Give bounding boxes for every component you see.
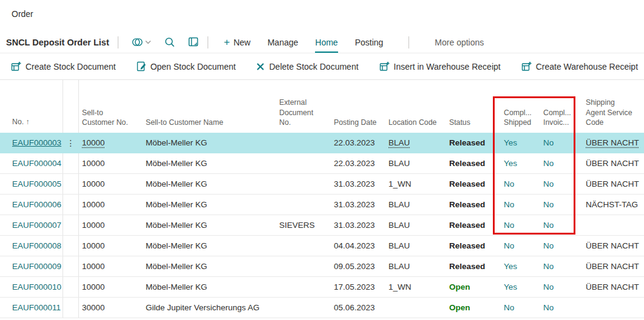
- cell-compl-shipped[interactable]: Yes: [504, 159, 543, 168]
- cell-no[interactable]: EAUF000005: [0, 179, 63, 188]
- column-header-sellto-customer-no[interactable]: Sell-to Customer No.: [79, 108, 146, 133]
- table-row[interactable]: EAUF00000910000Möbel-Meller KG09.05.2023…: [0, 256, 644, 277]
- cell-sellto-customer-no[interactable]: 10000: [79, 179, 146, 188]
- cell-status[interactable]: Released: [449, 262, 504, 271]
- cell-no[interactable]: EAUF000010: [0, 282, 63, 292]
- cell-compl-invoiced[interactable]: No: [543, 159, 586, 168]
- cell-sellto-customer-no[interactable]: 10000: [79, 159, 146, 168]
- cell-posting-date[interactable]: 17.05.2023: [334, 282, 388, 292]
- column-header-posting-date[interactable]: Posting Date: [334, 118, 388, 133]
- table-row[interactable]: EAUF00000810000Möbel-Meller KG04.04.2023…: [0, 236, 644, 256]
- cell-sellto-customer-no[interactable]: 10000: [79, 282, 146, 292]
- cell-status[interactable]: Open: [449, 303, 504, 312]
- cell-compl-invoiced[interactable]: No: [543, 262, 586, 271]
- delete-stock-document-button[interactable]: Delete Stock Document: [256, 62, 358, 72]
- menu-item-home[interactable]: Home: [315, 38, 337, 47]
- cell-posting-date[interactable]: 05.06.2023: [334, 303, 388, 312]
- cell-compl-shipped[interactable]: Yes: [504, 138, 543, 147]
- cell-compl-invoiced[interactable]: No: [543, 200, 586, 209]
- cell-status[interactable]: Open: [449, 282, 504, 292]
- row-menu-ellipsis[interactable]: [63, 298, 79, 318]
- cell-shipping-agent-service-code[interactable]: ÜBER NACHT: [586, 241, 644, 250]
- cell-shipping-agent-service-code[interactable]: NÄCHST-TAG: [586, 200, 644, 209]
- row-menu-ellipsis[interactable]: [63, 236, 79, 256]
- insert-in-warehouse-receipt-button[interactable]: Insert in Warehouse Receipt: [379, 61, 501, 72]
- cell-compl-shipped[interactable]: No: [504, 241, 543, 250]
- cell-compl-invoiced[interactable]: No: [543, 282, 586, 292]
- menu-item-new[interactable]: + New: [224, 37, 251, 47]
- cell-compl-invoiced[interactable]: No: [543, 221, 586, 230]
- cell-status[interactable]: Released: [449, 159, 504, 168]
- cell-location-code[interactable]: 1_WN: [388, 282, 449, 292]
- row-menu-ellipsis[interactable]: [63, 195, 79, 215]
- cell-no[interactable]: EAUF000009: [0, 262, 63, 271]
- cell-location-code[interactable]: BLAU: [388, 159, 449, 168]
- column-header-shipping-agent-service-code[interactable]: Shipping Agent Service Code: [586, 98, 644, 133]
- cell-sellto-customer-name[interactable]: Möbel-Meller KG: [146, 221, 279, 230]
- row-menu-ellipsis[interactable]: [63, 215, 79, 235]
- cell-posting-date[interactable]: 31.03.2023: [334, 200, 388, 209]
- row-menu-ellipsis[interactable]: [63, 153, 79, 173]
- cell-sellto-customer-name[interactable]: Möbel-Meller KG: [146, 262, 279, 271]
- menu-item-posting[interactable]: Posting: [355, 38, 384, 47]
- table-row[interactable]: EAUF00000510000Möbel-Meller KG31.03.2023…: [0, 174, 644, 195]
- search-button[interactable]: [164, 37, 175, 47]
- cell-sellto-customer-name[interactable]: Möbel-Meller KG: [146, 138, 279, 147]
- cell-shipping-agent-service-code[interactable]: ÜBER NACHT: [586, 138, 644, 147]
- create-stock-document-button[interactable]: Create Stock Document: [11, 61, 116, 72]
- cell-compl-shipped[interactable]: Yes: [504, 282, 543, 292]
- cell-shipping-agent-service-code[interactable]: ÜBER NACHT: [586, 262, 644, 271]
- cell-compl-invoiced[interactable]: No: [543, 138, 586, 147]
- row-menu-ellipsis[interactable]: [63, 256, 79, 276]
- table-row[interactable]: EAUF00001010000Möbel-Meller KG17.05.2023…: [0, 277, 644, 298]
- view-switcher-button[interactable]: [132, 37, 151, 47]
- cell-compl-shipped[interactable]: No: [504, 200, 543, 209]
- table-row[interactable]: EAUF000003⋮10000Möbel-Meller KG22.03.202…: [0, 133, 644, 153]
- cell-compl-invoiced[interactable]: No: [543, 179, 586, 188]
- cell-sellto-customer-name[interactable]: Möbel-Meller KG: [146, 179, 279, 188]
- cell-sellto-customer-name[interactable]: Möbel-Meller KG: [146, 159, 279, 168]
- cell-shipping-agent-service-code[interactable]: ÜBER NACHT: [586, 179, 644, 188]
- cell-status[interactable]: Released: [449, 138, 504, 147]
- cell-no[interactable]: EAUF000004: [0, 159, 63, 168]
- row-menu-ellipsis[interactable]: [63, 277, 79, 297]
- cell-sellto-customer-name[interactable]: Möbel-Meller KG: [146, 282, 279, 292]
- cell-external-document-no[interactable]: SIEVERS: [279, 221, 334, 230]
- cell-shipping-agent-service-code[interactable]: ÜBER NACHT: [586, 159, 644, 168]
- table-row[interactable]: EAUF00000610000Möbel-Meller KG31.03.2023…: [0, 195, 644, 215]
- cell-location-code[interactable]: BLAU: [388, 200, 449, 209]
- cell-sellto-customer-no[interactable]: 10000: [79, 200, 146, 209]
- cell-location-code[interactable]: BLAU: [388, 241, 449, 250]
- cell-posting-date[interactable]: 22.03.2023: [334, 138, 388, 147]
- cell-no[interactable]: EAUF000003: [0, 138, 63, 147]
- cell-compl-shipped[interactable]: Yes: [504, 262, 543, 271]
- column-header-compl-invoiced[interactable]: Compl... Invoic...: [543, 108, 586, 133]
- open-stock-document-button[interactable]: Open Stock Document: [137, 61, 236, 72]
- focus-mode-button[interactable]: [188, 37, 199, 47]
- cell-location-code[interactable]: BLAU: [388, 221, 449, 230]
- cell-posting-date[interactable]: 22.03.2023: [334, 159, 388, 168]
- cell-status[interactable]: Released: [449, 179, 504, 188]
- cell-sellto-customer-name[interactable]: Gilde Jupiter Versicherungs AG: [146, 303, 279, 312]
- column-header-compl-shipped[interactable]: Compl... Shipped: [504, 108, 543, 133]
- cell-posting-date[interactable]: 31.03.2023: [334, 221, 388, 230]
- column-header-no[interactable]: No. ↑: [0, 117, 63, 133]
- cell-compl-invoiced[interactable]: No: [543, 241, 586, 250]
- cell-no[interactable]: EAUF000006: [0, 200, 63, 209]
- cell-posting-date[interactable]: 04.04.2023: [334, 241, 388, 250]
- row-menu-ellipsis[interactable]: ⋮: [63, 133, 79, 153]
- row-menu-ellipsis[interactable]: [63, 174, 79, 194]
- cell-sellto-customer-name[interactable]: Möbel-Meller KG: [146, 241, 279, 250]
- create-warehouse-receipt-button[interactable]: Create Warehouse Receipt: [521, 61, 638, 72]
- cell-location-code[interactable]: 1_WN: [388, 179, 449, 188]
- table-row[interactable]: EAUF00001130000Gilde Jupiter Versicherun…: [0, 298, 644, 318]
- cell-sellto-customer-no[interactable]: 30000: [79, 303, 146, 312]
- table-row[interactable]: EAUF00000410000Möbel-Meller KG22.03.2023…: [0, 153, 644, 174]
- cell-sellto-customer-no[interactable]: 10000: [79, 138, 146, 147]
- cell-compl-shipped[interactable]: No: [504, 179, 543, 188]
- cell-shipping-agent-service-code[interactable]: ÜBER NACHT: [586, 282, 644, 292]
- cell-location-code[interactable]: BLAU: [388, 262, 449, 271]
- cell-status[interactable]: Released: [449, 200, 504, 209]
- cell-no[interactable]: EAUF000011: [0, 303, 63, 312]
- cell-sellto-customer-no[interactable]: 10000: [79, 221, 146, 230]
